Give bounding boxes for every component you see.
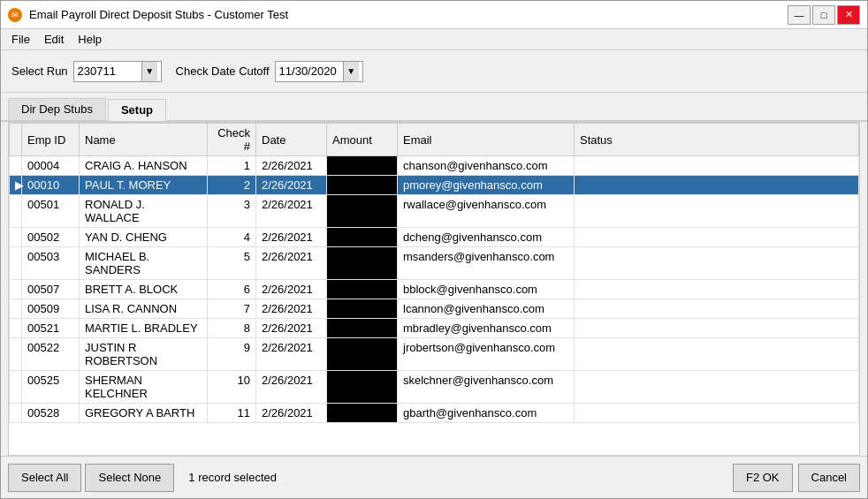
- cell-email: bblock@givenhansco.com: [398, 280, 575, 299]
- row-indicator: ▶: [10, 176, 22, 195]
- cell-status: [575, 176, 859, 195]
- cell-empid: 00521: [22, 319, 80, 338]
- cell-amount: [327, 176, 398, 195]
- cell-name: CRAIG A. HANSON: [80, 156, 208, 176]
- row-indicator: [10, 338, 22, 371]
- cell-empid: 00010: [22, 176, 80, 195]
- data-table: Emp ID Name Check # Date Amount Email St…: [9, 123, 859, 423]
- table-row[interactable]: 00507BRETT A. BLOCK62/26/2021bblock@give…: [10, 280, 859, 299]
- check-date-cutoff-value: 11/30/2020: [279, 64, 343, 78]
- table-row[interactable]: 00004CRAIG A. HANSON12/26/2021chanson@gi…: [10, 156, 859, 176]
- ok-button[interactable]: F2 OK: [733, 464, 793, 492]
- table-row[interactable]: 00502YAN D. CHENG42/26/2021dcheng@givenh…: [10, 228, 859, 247]
- select-all-button[interactable]: Select All: [8, 464, 81, 492]
- tab-bar: Dir Dep Stubs Setup: [1, 93, 867, 122]
- tab-setup[interactable]: Setup: [108, 99, 166, 121]
- selection-status: 1 record selected: [188, 471, 277, 484]
- select-none-button[interactable]: Select None: [85, 464, 174, 492]
- footer: Select All Select None 1 record selected…: [1, 456, 867, 498]
- cell-empid: 00509: [22, 299, 80, 319]
- table-row[interactable]: 00521MARTIE L. BRADLEY82/26/2021mbradley…: [10, 319, 859, 338]
- menu-bar: File Edit Help: [1, 29, 867, 50]
- check-date-cutoff-arrow-icon: ▼: [343, 62, 359, 81]
- cell-status: [575, 404, 859, 423]
- cell-status: [575, 156, 859, 176]
- cell-email: lcannon@givenhansco.com: [398, 299, 575, 319]
- cell-check: 1: [208, 156, 256, 176]
- cell-check: 9: [208, 338, 256, 371]
- cell-email: jrobertson@givenhansco.com: [398, 338, 575, 371]
- footer-left: Select All Select None 1 record selected: [8, 464, 277, 492]
- cell-empid: 00528: [22, 404, 80, 423]
- row-indicator: [10, 319, 22, 338]
- cell-status: [575, 280, 859, 299]
- cell-email: skelchner@givenhansco.com: [398, 371, 575, 404]
- row-indicator: [10, 371, 22, 404]
- menu-edit[interactable]: Edit: [37, 31, 71, 48]
- cell-email: msanders@givenhansco.com: [398, 247, 575, 280]
- col-header-date: Date: [256, 124, 327, 156]
- cell-amount: [327, 195, 398, 228]
- row-indicator: [10, 404, 22, 423]
- cell-status: [575, 319, 859, 338]
- cell-status: [575, 195, 859, 228]
- table-row[interactable]: 00522JUSTIN R ROBERTSON92/26/2021jrobert…: [10, 338, 859, 371]
- cell-check: 5: [208, 247, 256, 280]
- row-indicator: [10, 280, 22, 299]
- title-bar-left: ✉ Email Payroll Direct Deposit Stubs - C…: [8, 8, 288, 22]
- check-date-cutoff-dropdown[interactable]: 11/30/2020 ▼: [275, 61, 363, 82]
- table-row[interactable]: 00528GREGORY A BARTH112/26/2021gbarth@gi…: [10, 404, 859, 423]
- col-header-check: Check #: [208, 124, 256, 156]
- select-run-label: Select Run: [11, 64, 68, 78]
- cell-name: BRETT A. BLOCK: [80, 280, 208, 299]
- close-button[interactable]: ✕: [837, 5, 860, 25]
- cell-date: 2/26/2021: [256, 371, 327, 404]
- row-indicator: [10, 299, 22, 319]
- cell-check: 8: [208, 319, 256, 338]
- cell-date: 2/26/2021: [256, 404, 327, 423]
- cell-name: YAN D. CHENG: [80, 228, 208, 247]
- cell-check: 2: [208, 176, 256, 195]
- row-indicator: [10, 228, 22, 247]
- cell-email: gbarth@givenhansco.com: [398, 404, 575, 423]
- check-date-cutoff-label: Check Date Cutoff: [176, 64, 270, 78]
- cell-name: LISA R. CANNON: [80, 299, 208, 319]
- cell-amount: [327, 299, 398, 319]
- cell-name: RONALD J. WALLACE: [80, 195, 208, 228]
- cell-date: 2/26/2021: [256, 176, 327, 195]
- cell-date: 2/26/2021: [256, 156, 327, 176]
- cell-date: 2/26/2021: [256, 228, 327, 247]
- check-date-cutoff-group: Check Date Cutoff 11/30/2020 ▼: [176, 61, 363, 82]
- select-run-value: 230711: [78, 64, 141, 78]
- cell-empid: 00502: [22, 228, 80, 247]
- table-wrapper[interactable]: Emp ID Name Check # Date Amount Email St…: [9, 123, 859, 455]
- cell-email: rwallace@givenhansco.com: [398, 195, 575, 228]
- toolbar: Select Run 230711 ▼ Check Date Cutoff 11…: [1, 50, 867, 93]
- cell-email: dcheng@givenhansco.com: [398, 228, 575, 247]
- cell-email: chanson@givenhansco.com: [398, 156, 575, 176]
- select-run-dropdown[interactable]: 230711 ▼: [73, 61, 162, 82]
- tab-dir-dep-stubs[interactable]: Dir Dep Stubs: [8, 98, 106, 120]
- maximize-button[interactable]: □: [812, 5, 835, 25]
- cell-date: 2/26/2021: [256, 338, 327, 371]
- table-row[interactable]: 00501RONALD J. WALLACE32/26/2021rwallace…: [10, 195, 859, 228]
- cell-check: 10: [208, 371, 256, 404]
- cell-empid: 00501: [22, 195, 80, 228]
- menu-file[interactable]: File: [4, 31, 37, 48]
- cell-amount: [327, 156, 398, 176]
- footer-right: F2 OK Cancel: [733, 464, 860, 492]
- table-row[interactable]: 00525SHERMAN KELCHNER102/26/2021skelchne…: [10, 371, 859, 404]
- col-header-email: Email: [398, 124, 575, 156]
- minimize-button[interactable]: —: [788, 5, 811, 25]
- col-header-amount: Amount: [327, 124, 398, 156]
- row-indicator: [10, 156, 22, 176]
- table-row[interactable]: ▶00010PAUL T. MOREY22/26/2021pmorey@give…: [10, 176, 859, 195]
- main-window: ✉ Email Payroll Direct Deposit Stubs - C…: [0, 0, 868, 499]
- menu-help[interactable]: Help: [71, 31, 109, 48]
- cancel-button[interactable]: Cancel: [798, 464, 860, 492]
- app-icon: ✉: [8, 8, 22, 22]
- cell-amount: [327, 338, 398, 371]
- col-header-indicator: [10, 124, 22, 156]
- table-row[interactable]: 00503MICHAEL B. SANDERS52/26/2021msander…: [10, 247, 859, 280]
- table-row[interactable]: 00509LISA R. CANNON72/26/2021lcannon@giv…: [10, 299, 859, 319]
